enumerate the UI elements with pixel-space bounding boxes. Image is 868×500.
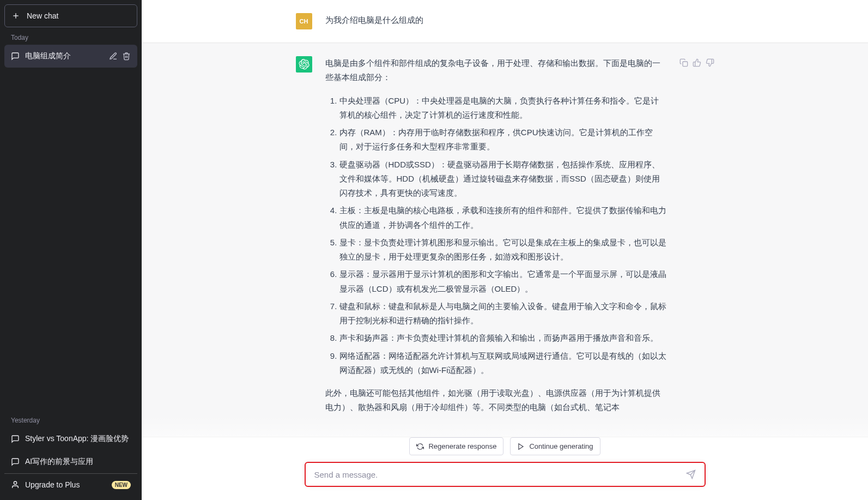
message-input[interactable]	[314, 470, 686, 479]
sidebar-item-label: Styler vs ToonApp: 漫画脸优势	[25, 434, 131, 444]
user-avatar: CH	[296, 13, 312, 29]
assistant-message-text: 电脑是由多个组件和部件组成的复杂电子设备，用于处理、存储和输出数据。下面是电脑的…	[325, 56, 666, 424]
regenerate-label: Regenerate response	[428, 442, 496, 450]
list-item: 键盘和鼠标：键盘和鼠标是人与电脑之间的主要输入设备。键盘用于输入文字和命令，鼠标…	[339, 299, 666, 328]
assistant-intro: 电脑是由多个组件和部件组成的复杂电子设备，用于处理、存储和输出数据。下面是电脑的…	[325, 56, 666, 85]
regenerate-button[interactable]: Regenerate response	[409, 437, 503, 455]
action-buttons: Regenerate response Continue generating	[142, 437, 868, 455]
thumbs-down-icon[interactable]	[706, 58, 714, 67]
list-item: 内存（RAM）：内存用于临时存储数据和程序，供CPU快速访问。它是计算机的工作空…	[339, 125, 666, 154]
send-icon[interactable]	[686, 469, 696, 479]
new-badge: NEW	[112, 481, 131, 489]
main-content: CH 为我介绍电脑是什么组成的 电脑是由多个组件和部件组成的复杂电子设备，用于处…	[142, 0, 868, 500]
message-input-container	[305, 462, 706, 487]
list-item: 显示器：显示器用于显示计算机的图形和文字输出。它通常是一个平面显示屏，可以是液晶…	[339, 267, 666, 296]
new-chat-label: New chat	[27, 11, 58, 20]
message-assistant: 电脑是由多个组件和部件组成的复杂电子设备，用于处理、存储和输出数据。下面是电脑的…	[142, 43, 868, 437]
continue-button[interactable]: Continue generating	[510, 437, 600, 455]
list-item: 声卡和扬声器：声卡负责处理计算机的音频输入和输出，而扬声器用于播放声音和音乐。	[339, 331, 666, 345]
list-item: 网络适配器：网络适配器允许计算机与互联网或局域网进行通信。它可以是有线的（如以太…	[339, 349, 666, 378]
plus-icon	[11, 11, 20, 20]
delete-icon[interactable]	[122, 52, 131, 61]
assistant-avatar	[296, 56, 312, 73]
chat-icon	[11, 457, 20, 466]
sidebar-item-today-0[interactable]: 电脑组成简介	[4, 45, 137, 68]
list-item: 主板：主板是电脑的核心电路板，承载和连接所有的组件和部件。它提供了数据传输和电力…	[339, 203, 666, 232]
assistant-outro: 此外，电脑还可能包括其他组件，如光驱（用于读取光盘）、电源供应器（用于为计算机提…	[325, 386, 666, 415]
assistant-list: 中央处理器（CPU）：中央处理器是电脑的大脑，负责执行各种计算任务和指令。它是计…	[325, 94, 666, 378]
sidebar: New chat Today 电脑组成简介 Yesterday	[0, 0, 142, 500]
thumbs-up-icon[interactable]	[693, 58, 701, 67]
sidebar-item-label: 电脑组成简介	[25, 51, 104, 61]
continue-label: Continue generating	[529, 442, 593, 450]
chat-icon	[11, 435, 20, 443]
refresh-icon	[416, 443, 424, 450]
user-message-text: 为我介绍电脑是什么组成的	[325, 13, 714, 29]
message-user: CH 为我介绍电脑是什么组成的	[142, 0, 868, 43]
list-item: 显卡：显卡负责处理计算机图形和显示输出。它可以是集成在主板上的集成显卡，也可以是…	[339, 236, 666, 264]
sidebar-item-label: AI写作的前景与应用	[25, 457, 131, 467]
chat-icon	[11, 52, 20, 61]
svg-marker-4	[519, 443, 523, 449]
edit-icon[interactable]	[109, 52, 118, 61]
continue-icon	[517, 443, 525, 450]
list-item: 硬盘驱动器（HDD或SSD）：硬盘驱动器用于长期存储数据，包括操作系统、应用程序…	[339, 158, 666, 201]
svg-rect-3	[683, 62, 688, 67]
message-actions	[679, 56, 714, 424]
upgrade-button[interactable]: Upgrade to Plus NEW	[4, 473, 137, 496]
user-icon	[11, 480, 20, 489]
sidebar-item-yesterday-1[interactable]: AI写作的前景与应用	[4, 450, 137, 473]
sidebar-item-yesterday-0[interactable]: Styler vs ToonApp: 漫画脸优势	[4, 427, 137, 450]
copy-icon[interactable]	[679, 58, 688, 67]
svg-point-2	[14, 481, 16, 484]
section-yesterday-label: Yesterday	[4, 410, 137, 427]
list-item: 中央处理器（CPU）：中央处理器是电脑的大脑，负责执行各种计算任务和指令。它是计…	[339, 94, 666, 123]
bottom-area: Regenerate response Continue generating	[142, 415, 868, 500]
section-today-label: Today	[4, 27, 137, 45]
new-chat-button[interactable]: New chat	[4, 4, 137, 27]
upgrade-label: Upgrade to Plus	[25, 480, 106, 489]
